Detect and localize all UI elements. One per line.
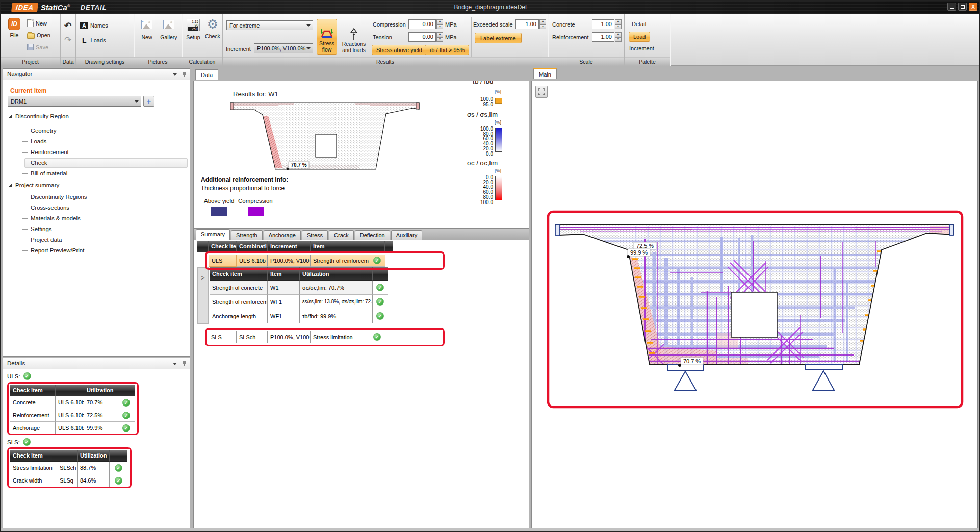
scale-concrete-input[interactable]: 1.00: [592, 19, 614, 29]
close-button[interactable]: X: [969, 3, 977, 11]
tb-fbd-toggle[interactable]: τb / fbd > 95%: [425, 45, 469, 55]
col-check-item: Check item: [10, 450, 57, 462]
bridge-stress-visualization[interactable]: 72.5 % 99.9 % 70.7 %: [546, 209, 964, 409]
tree-item-settings[interactable]: Settings: [22, 224, 52, 234]
maximize-button[interactable]: [958, 3, 967, 11]
spin-up-icon[interactable]: ▲: [436, 19, 443, 24]
tree-item-bill-of-material[interactable]: Bill of material: [22, 169, 67, 178]
stress-flow-toggle[interactable]: Stress flow: [317, 19, 337, 55]
tab-strength[interactable]: Strength: [231, 230, 263, 240]
tree-item-label: Report Preview/Print: [31, 247, 84, 254]
gallery-button[interactable]: Gallery: [158, 20, 179, 40]
pin-icon[interactable]: [182, 361, 187, 367]
dropdown-arrow-icon: [306, 47, 311, 49]
extreme-select[interactable]: For extreme: [226, 20, 313, 30]
tree-expander-icon[interactable]: [8, 115, 12, 118]
tree-item-reinforcement[interactable]: Reinforcement: [22, 147, 69, 157]
tension-input[interactable]: 0.00: [408, 32, 436, 42]
tab-deflection[interactable]: Deflection: [355, 230, 390, 240]
tree-item-label: Materials & models: [31, 215, 81, 221]
tree-item-cross-sections[interactable]: Cross-sections: [22, 203, 69, 212]
spin-up-icon[interactable]: ▲: [436, 32, 443, 37]
undo-button[interactable]: ↶: [64, 22, 71, 30]
tree-item-check[interactable]: Check: [22, 158, 47, 167]
redo-button[interactable]: ↷: [64, 36, 71, 44]
chevron-down-icon[interactable]: [173, 73, 177, 76]
fit-view-button[interactable]: [535, 86, 548, 98]
reactions-loads-toggle[interactable]: Reactions and loads: [339, 19, 369, 55]
check-button[interactable]: ⚙ Check: [203, 18, 222, 39]
tab-main[interactable]: Main: [533, 68, 557, 79]
add-item-button[interactable]: +: [143, 96, 154, 107]
chevron-down-icon[interactable]: [173, 363, 177, 365]
tree-item-materials-models[interactable]: Materials & models: [22, 214, 81, 223]
minimize-button[interactable]: [947, 3, 956, 11]
spin-up-icon[interactable]: ▲: [615, 19, 622, 24]
spin-up-icon[interactable]: ▲: [539, 19, 546, 24]
tab-data[interactable]: Data: [195, 69, 218, 80]
uls-summary-row[interactable]: ULS ULS 6.10b P100.0%, V100.0% Strength …: [209, 255, 385, 267]
table-row[interactable]: Anchorage length WF1 τb/fbd: 99.9% ✓: [210, 309, 388, 323]
sls-summary-row[interactable]: SLS SLSch P100.0%, V100.0% Stress limita…: [209, 331, 385, 343]
tab-stress[interactable]: Stress: [302, 230, 328, 240]
scale-reinforcement-stepper[interactable]: ▲▼: [615, 32, 622, 42]
table-row[interactable]: Strength of reinforcement WF1 εs/εs,lim:…: [210, 295, 388, 309]
tab-anchorage[interactable]: Anchorage: [264, 230, 301, 240]
spin-up-icon[interactable]: ▲: [615, 32, 622, 37]
spin-down-icon[interactable]: ▼: [615, 37, 622, 42]
tree-item-loads[interactable]: Loads: [22, 137, 46, 146]
spin-down-icon[interactable]: ▼: [436, 24, 443, 30]
tree-item-discontinuity-region[interactable]: Discontinuity Region: [8, 112, 69, 121]
scale-concrete-stepper[interactable]: ▲▼: [615, 19, 622, 29]
cell-sls: SLS: [209, 331, 237, 343]
current-item-select[interactable]: DRM1: [8, 96, 141, 107]
names-button[interactable]: A Names: [80, 22, 108, 29]
pin-icon[interactable]: [182, 71, 187, 78]
loads-button[interactable]: L Loads: [80, 36, 106, 44]
tab-crack[interactable]: Crack: [329, 230, 354, 240]
tree-item-geometry[interactable]: Geometry: [22, 126, 57, 135]
stress-above-yield-toggle[interactable]: Stress above yield: [372, 45, 427, 55]
check-ok-icon: ✓: [373, 333, 381, 341]
tab-auxiliary[interactable]: Auxiliary: [391, 230, 423, 240]
tree-item-label: Check: [31, 160, 47, 166]
tree-expander-icon[interactable]: [8, 184, 12, 187]
tension-stepper[interactable]: ▲▼: [436, 32, 443, 42]
save-button[interactable]: Save: [27, 44, 48, 50]
check-ok-icon: ✓: [23, 438, 31, 446]
palette-detail-option[interactable]: Detail: [632, 21, 646, 27]
table-row[interactable]: Crack width SLSq 84.6% ✓: [10, 474, 127, 487]
setup-button[interactable]: 1,159025.8 Setup: [184, 19, 202, 40]
compression-input[interactable]: 0.00: [408, 19, 436, 29]
label-extreme-toggle[interactable]: Label extreme: [475, 33, 522, 43]
group-label-drawing: Drawing settings: [76, 57, 134, 66]
cell-item: Stress limitation: [311, 331, 369, 343]
exceeded-scale-input[interactable]: 1.00: [515, 19, 539, 29]
tree-item-discontinuity-regions[interactable]: Discontinuity Regions: [22, 192, 87, 201]
palette-load-option[interactable]: Load: [629, 32, 650, 42]
spin-down-icon[interactable]: ▼: [615, 24, 622, 30]
row-expander[interactable]: >: [197, 267, 209, 324]
picture-new-button[interactable]: + New: [138, 20, 156, 40]
scale-reinforcement-input[interactable]: 1.00: [592, 32, 614, 42]
tree-item-project-data[interactable]: Project data: [22, 235, 62, 244]
table-row[interactable]: Stress limitation SLSch 88.7% ✓: [10, 462, 127, 474]
new-button[interactable]: New: [27, 19, 47, 27]
open-button[interactable]: Open: [27, 32, 50, 39]
compression-stepper[interactable]: ▲▼: [436, 19, 443, 29]
tab-summary[interactable]: Summary: [196, 229, 230, 240]
tree-item-report-preview[interactable]: Report Preview/Print: [22, 246, 84, 255]
table-row[interactable]: Strength of concrete W1 σc/σc,lim: 70.7%…: [210, 281, 388, 295]
tree-item-project-summary[interactable]: Project summary: [8, 181, 59, 190]
window-title: Bridge_diaphragm.ideaDet: [1, 4, 980, 11]
spin-down-icon[interactable]: ▼: [436, 37, 443, 42]
table-row[interactable]: Anchorage ULS 6.10b 99.9% ✓: [10, 422, 135, 435]
increment-select[interactable]: P100.0%, V100.0%: [254, 43, 313, 53]
file-button[interactable]: ID File: [6, 18, 23, 38]
table-row[interactable]: Concrete ULS 6.10b 70.7% ✓: [10, 396, 135, 409]
file-id-icon: ID: [8, 18, 20, 30]
table-row[interactable]: Reinforcement ULS 6.10b 72.5% ✓: [10, 409, 135, 422]
palette-increment-option[interactable]: Increment: [629, 45, 654, 52]
exceeded-scale-stepper[interactable]: ▲▼: [539, 19, 546, 29]
spin-down-icon[interactable]: ▼: [539, 24, 546, 30]
